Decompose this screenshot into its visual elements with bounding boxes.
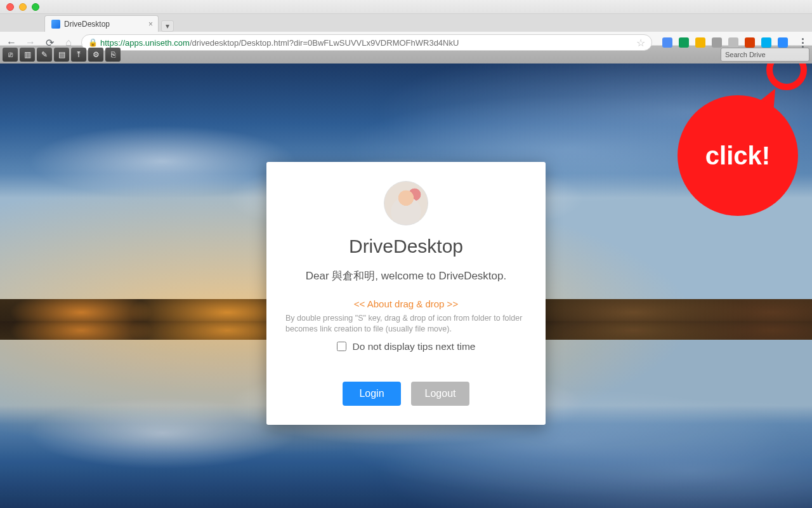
new-tab-button[interactable]: ▾ <box>161 20 174 32</box>
window-titlebar <box>0 0 812 14</box>
address-bar[interactable]: 🔒 https://apps.uniseth.com /drivedesktop… <box>81 34 652 51</box>
reload-button[interactable]: ⟳ <box>43 36 56 49</box>
user-avatar <box>384 181 428 225</box>
grid-icon[interactable] <box>712 37 722 48</box>
login-button[interactable]: Login <box>343 382 401 406</box>
new-file-icon[interactable]: ▤ <box>54 48 69 62</box>
extensions-row <box>662 37 788 48</box>
bookmark-star-icon[interactable]: ☆ <box>636 37 645 49</box>
circle-icon[interactable] <box>728 37 738 48</box>
back-button[interactable]: ← <box>5 36 18 49</box>
welcome-dialog: DriveDesktop Dear 與倉和明, welcome to Drive… <box>266 162 546 425</box>
tab-close-button[interactable]: × <box>148 20 153 29</box>
dialog-buttons: Login Logout <box>284 382 528 406</box>
forward-button[interactable]: → <box>24 36 37 49</box>
exit-icon[interactable]: ⎘ <box>105 48 121 62</box>
browser-chrome: DriveDesktop × ▾ ← → ⟳ ⌂ 🔒 https://apps.… <box>0 0 812 46</box>
translate-icon[interactable] <box>662 37 672 48</box>
hangouts-icon[interactable] <box>679 37 689 48</box>
home-button[interactable]: ⌂ <box>62 36 75 49</box>
tip-title: << About drag & drop >> <box>284 298 528 309</box>
tip-body: By double pressing "S" key, drag & drop … <box>284 313 528 335</box>
suppress-tips-row[interactable]: Do not display tips next time <box>284 341 528 352</box>
edit-icon[interactable]: ✎ <box>37 48 52 62</box>
window-close-button[interactable] <box>6 3 14 11</box>
drive-icon[interactable] <box>695 37 705 48</box>
dialog-title: DriveDesktop <box>284 236 528 257</box>
browser-tab[interactable]: DriveDesktop × <box>44 15 159 32</box>
window-minimize-button[interactable] <box>19 3 27 11</box>
lock-icon: 🔒 <box>88 38 98 47</box>
window-zoom-button[interactable] <box>32 3 39 11</box>
settings-sliders-icon[interactable]: ⎚ <box>3 48 18 62</box>
suppress-tips-checkbox[interactable] <box>337 342 346 351</box>
office-icon[interactable] <box>745 37 755 48</box>
search-drive-input[interactable]: Search Drive <box>721 48 809 62</box>
tab-strip: DriveDesktop × ▾ <box>0 14 812 32</box>
skype-icon[interactable] <box>761 37 771 48</box>
window-controls <box>6 3 39 11</box>
chrome-menu-button[interactable] <box>798 38 807 48</box>
url-host: https://apps.uniseth.com <box>100 38 190 48</box>
url-path: /drivedesktop/Desktop.html?dir=0BwFLwSUV… <box>190 38 459 48</box>
desktop-viewport: DriveDesktop Dear 與倉和明, welcome to Drive… <box>0 64 812 508</box>
gear-icon[interactable]: ⚙ <box>88 48 103 62</box>
upload-icon[interactable]: ⤒ <box>71 48 86 62</box>
logout-button[interactable]: Logout <box>411 382 469 406</box>
tab-title: DriveDesktop <box>64 20 110 29</box>
drivedesktop-icon[interactable] <box>778 37 788 48</box>
favicon-icon <box>51 20 60 29</box>
chart-icon[interactable]: ▥ <box>20 48 35 62</box>
suppress-tips-label: Do not display tips next time <box>353 341 476 352</box>
greeting-text: Dear 與倉和明, welcome to DriveDesktop. <box>284 269 528 283</box>
